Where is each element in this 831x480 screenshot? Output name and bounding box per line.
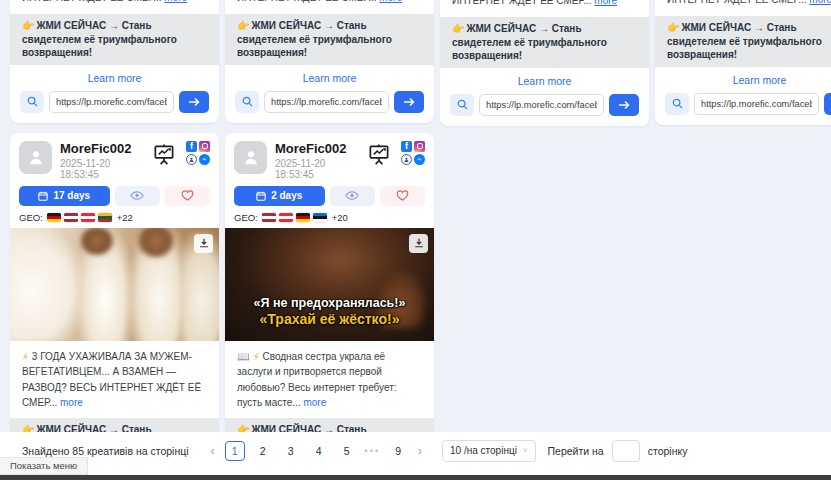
search-button[interactable] [235,91,259,113]
learn-more-link[interactable]: Learn more [440,75,649,87]
image-overlay-text: «Я не предохранялась!» «Трахай её жёстко… [225,296,434,327]
results-count-text: Знайдено 85 креативів на сторінці [22,445,189,457]
person-avatar-icon [234,141,267,174]
chevron-down-icon: ˅ [523,446,528,455]
download-icon [414,238,424,248]
more-link[interactable]: more [60,397,83,408]
goto-page-input[interactable] [612,440,640,462]
eye-icon [130,190,144,201]
landing-url-input[interactable] [264,91,389,113]
action-buttons: 17 days [10,184,219,206]
arrow-right-icon [403,97,415,107]
cta-headline: 👉ЖМИ СЕЙЧАС → Стань свидетелем её триумф… [10,14,219,65]
book-lightning-icon: 📖 ⚡ [237,351,260,362]
learn-more-link[interactable]: Learn more [225,72,434,84]
creative-image-dark: «Я не предохранялась!» «Трахай её жёстко… [225,228,434,341]
geo-flags [262,213,327,222]
open-url-button[interactable] [394,91,424,113]
geo-row: GEO: +20 [225,206,434,228]
open-url-button[interactable] [179,91,209,113]
creative-card: MoreFic002 2025-11-20 18:53:45 f 17 days [10,133,219,480]
pointing-hand-icon: 👉 [667,22,679,33]
flag-lithuania-icon [98,213,112,222]
search-button[interactable] [450,94,474,116]
more-link[interactable]: more [379,0,402,3]
learn-more-link[interactable]: Learn more [655,74,831,86]
page-size-select[interactable]: 10 /на сторінці ˅ [442,440,536,462]
show-menu-button[interactable]: Показать меню [0,457,88,475]
creative-card-cut: ИНТЕРНЕТ ЖДЁТ ЕЁ СМЕР... more 👉ЖМИ СЕЙЧА… [225,0,434,123]
flag-estonia-icon [313,213,327,222]
heart-icon [181,190,194,201]
search-icon [27,96,38,107]
calendar-icon [38,191,48,201]
creatives-grid: ИНТЕРНЕТ ЖДЁТ ЕЁ СМЕР... more 👉ЖМИ СЕЙЧА… [10,0,831,480]
landing-url-input[interactable] [49,91,174,113]
page-button-9[interactable]: 9 [388,441,408,461]
creative-image-wedding [10,228,219,341]
clipped-description-text: ИНТЕРНЕТ ЖДЁТ ЕЁ СМЕР... [22,0,162,3]
creative-description: 📖 ⚡ Сводная сестра украла её заслуги и п… [225,341,434,413]
open-url-button[interactable] [824,93,831,115]
search-button[interactable] [20,91,44,113]
days-active-button[interactable]: 17 days [19,186,110,206]
audience-network-icon [186,154,197,165]
messenger-icon [199,154,210,165]
url-row [655,93,831,125]
preview-button[interactable] [115,186,160,206]
cta-headline-text: ЖМИ СЕЙЧАС → Стань свидетелем её триумфа… [667,22,822,60]
url-row [225,91,434,123]
presentation-chart-icon[interactable] [152,143,176,166]
page-size-value: 10 /на сторінці [450,445,517,456]
page-button-2[interactable]: 2 [253,441,273,461]
heart-icon [396,190,409,201]
facebook-icon: f [401,141,412,152]
more-link[interactable]: more [303,397,326,408]
days-label: 17 days [53,190,90,201]
action-buttons: 2 days [225,184,434,206]
prev-page-button[interactable]: ‹ [205,444,221,458]
presentation-chart-icon[interactable] [367,143,391,166]
profile-meta: MoreFic002 2025-11-20 18:53:45 [60,141,144,180]
pointing-hand-icon: 👉 [452,23,464,34]
search-icon [457,99,468,110]
messenger-icon [414,154,425,165]
page-button-1[interactable]: 1 [225,441,245,461]
landing-url-input[interactable] [694,93,819,115]
geo-flags [47,213,112,222]
calendar-icon [256,191,266,201]
geo-label: GEO: [234,212,258,223]
search-button[interactable] [665,93,689,115]
pages-ellipsis[interactable]: ••• [365,446,380,456]
landing-url-input[interactable] [479,94,604,116]
search-icon [672,98,683,109]
column-1: ИНТЕРНЕТ ЖДЁТ ЕЁ СМЕР... more 👉ЖМИ СЕЙЧА… [10,0,219,480]
header-icons: f [367,141,425,166]
profile-header: MoreFic002 2025-11-20 18:53:45 f [225,133,434,184]
page-button-3[interactable]: 3 [281,441,301,461]
next-page-button[interactable]: › [412,444,428,458]
page-button-4[interactable]: 4 [309,441,329,461]
cta-headline: 👉ЖМИ СЕЙЧАС → Стань свидетелем её триумф… [225,14,434,65]
cta-headline-text: ЖМИ СЕЙЧАС → Стань свидетелем её триумфа… [237,20,392,58]
open-url-button[interactable] [609,94,639,116]
column-2: ИНТЕРНЕТ ЖДЁТ ЕЁ СМЕР... more 👉ЖМИ СЕЙЧА… [225,0,434,480]
profile-name: MoreFic002 [275,141,359,156]
arrow-right-icon [188,97,200,107]
more-link[interactable]: more [594,0,617,6]
arrow-right-icon [618,100,630,110]
creative-description: ⚡ 3 ГОДА УХАЖИВАЛА ЗА МУЖЕМ-ВЕГЕТАТИВЦЕМ… [10,341,219,413]
more-link[interactable]: more [809,0,831,5]
page-button-5[interactable]: 5 [337,441,357,461]
download-image-button[interactable] [409,234,428,253]
favorite-button[interactable] [380,186,425,206]
more-link[interactable]: more [164,0,187,3]
download-image-button[interactable] [194,234,213,253]
goto-page-label: Перейти на [548,445,604,457]
person-avatar-icon [19,141,52,174]
learn-more-link[interactable]: Learn more [10,72,219,84]
instagram-icon [199,141,210,152]
days-active-button[interactable]: 2 days [234,186,325,206]
favorite-button[interactable] [165,186,210,206]
preview-button[interactable] [330,186,375,206]
